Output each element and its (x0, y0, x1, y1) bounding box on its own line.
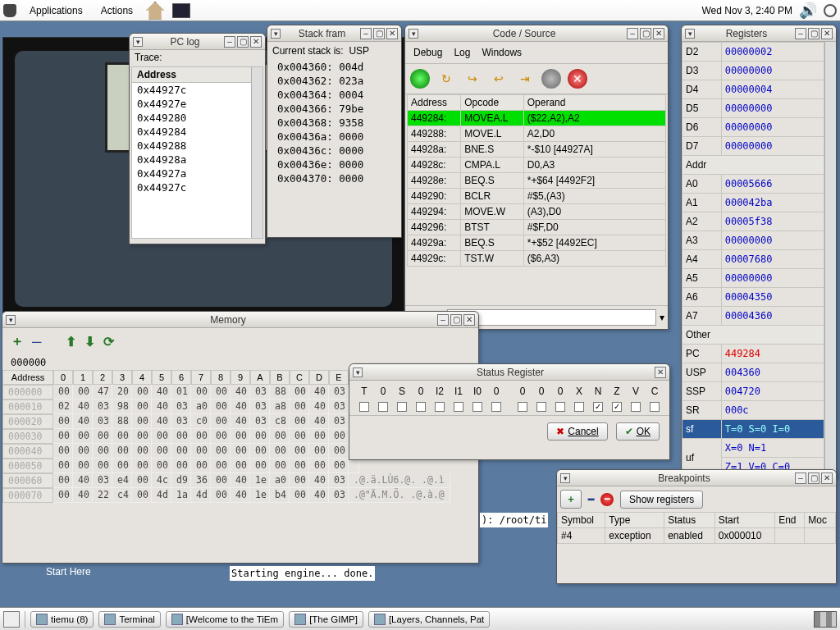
flag-checkbox[interactable] (454, 402, 463, 412)
titlebar[interactable]: ▾ PC log –▢✕ (130, 34, 265, 50)
maximize-button[interactable]: ▢ (373, 28, 385, 39)
table-row[interactable]: 44929a:BEQ.S*+$52 [4492EC] (408, 235, 666, 251)
run-to-icon[interactable]: ⇥ (515, 69, 535, 89)
window-menu-icon[interactable]: ▾ (353, 368, 363, 377)
flag-checkbox[interactable] (518, 402, 527, 412)
table-row[interactable]: D600000000 (682, 118, 824, 137)
flag-checkbox[interactable] (555, 402, 565, 412)
maximize-button[interactable]: ▢ (450, 314, 462, 326)
table-row[interactable]: D200000002 (682, 43, 824, 62)
window-menu-icon[interactable]: ▾ (6, 315, 16, 325)
col-header[interactable]: Start (714, 513, 774, 528)
taskbar-item[interactable]: [The GIMP] (289, 611, 363, 628)
scrollbar[interactable] (251, 67, 262, 238)
table-row[interactable]: ufX=0 N=1 (682, 439, 824, 458)
taskbar-item[interactable]: tiemu (8) (30, 611, 94, 628)
start-here-label[interactable]: Start Here (46, 566, 91, 578)
taskbar-item[interactable]: Terminal (98, 611, 160, 628)
flag-checkbox[interactable] (574, 402, 584, 412)
minimize-button[interactable]: – (360, 28, 372, 39)
list-item[interactable]: 0x449284 (132, 125, 251, 139)
table-row[interactable]: 449290:BCLR#$5,(A3) (408, 189, 666, 204)
list-item[interactable]: 0x44927e (132, 97, 251, 111)
table-row[interactable]: sfT=0 S=0 I=0 (682, 420, 824, 439)
table-row[interactable]: 449288:MOVE.LA2,D0 (408, 126, 666, 142)
table-row[interactable]: 449296:BTST#$F,D0 (408, 220, 666, 235)
table-row[interactable]: USP004360 (682, 363, 824, 382)
plus-icon[interactable]: ＋ (11, 333, 24, 350)
table-row[interactable]: D400000004 (682, 80, 824, 99)
minus-icon[interactable]: ━ (588, 494, 594, 505)
window-menu-icon[interactable]: ▾ (685, 29, 695, 39)
titlebar[interactable]: ▾ Breakpoints –▢✕ (557, 470, 836, 486)
table-row[interactable]: #4 exception enabled 0x000010 (558, 528, 836, 544)
window-menu-icon[interactable]: ▾ (409, 29, 418, 39)
table-row[interactable]: 44928a:BNE.S*-$10 [44927A] (408, 142, 666, 158)
titlebar[interactable]: ▾ Code / Source –▢✕ (405, 25, 668, 42)
col-opcode[interactable]: Opcode (461, 95, 524, 111)
col-header[interactable]: Moc (805, 513, 836, 528)
window-menu-icon[interactable]: ▾ (560, 473, 570, 483)
table-row[interactable]: SR000c (682, 401, 824, 420)
table-row[interactable]: 44928c:CMPA.LD0,A3 (408, 158, 666, 173)
list-item[interactable]: 0x004362: 023a (272, 74, 396, 88)
flag-checkbox[interactable] (650, 402, 660, 412)
chevron-down-icon[interactable]: ▾ (660, 312, 664, 323)
list-item[interactable]: 0x004368: 9358 (272, 116, 396, 130)
cancel-button[interactable]: ✖Cancel (547, 422, 607, 441)
menu-windows[interactable]: Windows (482, 47, 522, 58)
step-out-icon[interactable]: ↩ (489, 69, 509, 89)
table-row[interactable]: D500000000 (682, 99, 824, 118)
actions-menu[interactable]: Actions (96, 3, 138, 18)
list-item[interactable]: 0x44927c (132, 180, 251, 194)
workspace-switcher[interactable] (814, 611, 837, 628)
table-row[interactable]: A1000042ba (682, 194, 824, 212)
close-button[interactable]: ✕ (463, 314, 475, 326)
volume-icon[interactable]: 🔊 (799, 2, 817, 20)
table-row[interactable]: SSP004720 (682, 382, 824, 401)
close-button[interactable]: ✕ (821, 28, 833, 39)
flag-checkbox[interactable] (612, 402, 622, 412)
flag-checkbox[interactable] (491, 402, 501, 412)
table-row[interactable]: 449284:MOVEA.L($22,A2),A2 (408, 111, 666, 126)
table-row[interactable]: A500000000 (682, 269, 824, 288)
list-item[interactable]: 0x44927c (132, 83, 251, 97)
table-row[interactable]: D700000000 (682, 137, 824, 156)
breakpoint-icon[interactable] (541, 69, 561, 89)
taskbar-item[interactable]: [Welcome to the TiEm (166, 611, 284, 628)
table-row[interactable]: A300000000 (682, 231, 824, 250)
maximize-button[interactable]: ▢ (640, 28, 651, 39)
refresh-icon[interactable]: ⟳ (103, 334, 114, 349)
minimize-button[interactable]: – (224, 36, 235, 48)
titlebar[interactable]: ▾ Registers –▢✕ (682, 25, 836, 42)
step-into-icon[interactable]: ↪ (463, 69, 482, 89)
close-button[interactable]: ✕ (250, 36, 262, 48)
flag-checkbox[interactable] (359, 402, 369, 412)
list-item[interactable]: 0x004370: 0000 (272, 171, 396, 185)
col-header[interactable]: Type (605, 513, 664, 528)
close-button[interactable]: ✕ (653, 28, 664, 39)
flag-checkbox[interactable] (378, 402, 388, 412)
table-row[interactable]: 44929c:TST.W($6,A3) (408, 251, 666, 267)
table-row[interactable]: A700004360 (682, 307, 824, 326)
menu-log[interactable]: Log (454, 47, 470, 58)
minimize-button[interactable]: – (795, 472, 806, 484)
maximize-button[interactable]: ▢ (237, 36, 249, 48)
titlebar[interactable]: ▾ Memory –▢✕ (2, 312, 478, 328)
clock[interactable]: Wed Nov 3, 2:40 PM (702, 5, 793, 16)
list-item[interactable]: 0x004360: 004d (272, 60, 396, 74)
flag-checkbox[interactable] (536, 402, 546, 412)
flag-checkbox[interactable] (472, 402, 482, 412)
minus-icon[interactable]: ─ (32, 335, 41, 349)
menu-debug[interactable]: Debug (413, 47, 442, 58)
close-button[interactable]: ✕ (655, 367, 666, 378)
down-icon[interactable]: ⬇ (84, 334, 95, 349)
list-item[interactable]: 0x449280 (132, 111, 251, 125)
remove-icon[interactable]: ━ (600, 493, 614, 506)
flag-checkbox[interactable] (416, 402, 426, 412)
col-header[interactable]: Symbol (558, 513, 605, 528)
list-item[interactable]: 0x00436c: 0000 (272, 144, 396, 158)
col-operand[interactable]: Operand (523, 95, 665, 111)
close-button[interactable]: ✕ (821, 472, 833, 484)
col-header[interactable]: Status (664, 513, 715, 528)
